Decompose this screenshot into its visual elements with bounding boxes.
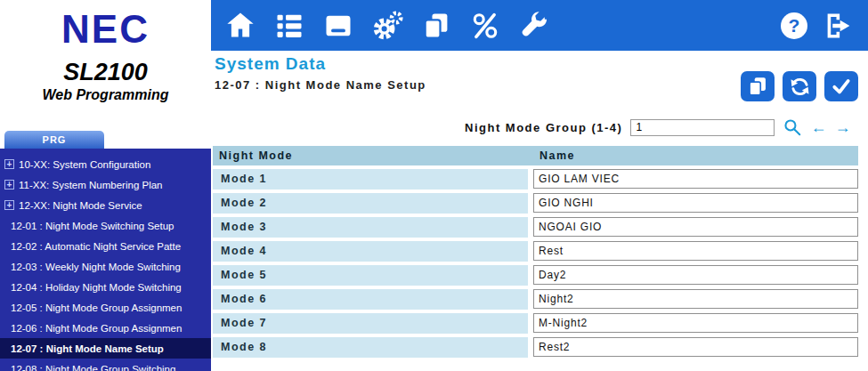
action-buttons [741, 71, 858, 101]
nav-tree: + 10-XX: System Configuration + 11-XX: S… [0, 149, 211, 371]
name-input-8[interactable] [533, 337, 858, 357]
prev-arrow-icon[interactable]: ← [810, 119, 826, 136]
table-row: Mode 7 [213, 313, 858, 334]
sidebar-item-11xx[interactable]: + 11-XX: System Numbering Plan [0, 174, 211, 195]
refresh-button[interactable] [783, 71, 816, 101]
name-input-7[interactable] [533, 313, 858, 333]
main-content: System Data 12-07 : Night Mode Name Setu… [211, 51, 868, 371]
sidebar-item-label: 12-01 : Night Mode Switching Setup [11, 221, 174, 231]
col-header-name: Name [533, 146, 858, 165]
table-row: Mode 4 [213, 241, 858, 262]
maintenance-tools-icon[interactable] [468, 9, 502, 43]
copy-button[interactable] [741, 71, 775, 101]
sidebar-item-12-01[interactable]: 12-01 : Night Mode Switching Setup [0, 215, 211, 236]
storage-icon[interactable] [321, 9, 355, 43]
sidebar-item-12-08[interactable]: 12-08 : Night Mode Group Switching [0, 359, 211, 371]
mode-label: Mode 2 [213, 193, 528, 214]
mode-label: Mode 4 [213, 241, 528, 262]
expand-icon[interactable]: + [4, 159, 14, 169]
home-icon[interactable] [223, 9, 257, 43]
sidebar-item-12-06[interactable]: 12-06 : Night Mode Group Assignmen [0, 318, 211, 338]
help-icon[interactable]: ? [781, 12, 807, 39]
search-icon[interactable] [783, 117, 802, 137]
name-input-2[interactable] [533, 193, 858, 213]
menu-list-icon[interactable] [272, 9, 306, 43]
sidebar-item-label: 12-04 : Holiday Night Mode Switching [11, 282, 182, 293]
sidebar-item-label: 12-06 : Night Mode Group Assignmen [11, 323, 182, 334]
table-row: Mode 5 [213, 265, 858, 286]
gears-icon[interactable] [370, 9, 404, 43]
top-toolbar: ? [211, 0, 868, 51]
table-row: Mode 2 [213, 193, 858, 214]
mode-label: Mode 6 [213, 289, 528, 310]
sidebar-item-12-05[interactable]: 12-05 : Night Mode Group Assignmen [0, 297, 211, 318]
table-row: Mode 3 [213, 217, 858, 238]
name-input-4[interactable] [533, 241, 858, 261]
night-mode-table: Night Mode Name Mode 1 Mode 2 Mode 3 Mod… [213, 146, 858, 361]
sidebar-item-12-03[interactable]: 12-03 : Weekly Night Mode Switching [0, 256, 211, 277]
sidebar-item-12-04[interactable]: 12-04 : Holiday Night Mode Switching [0, 277, 211, 297]
name-input-1[interactable] [533, 169, 858, 189]
sidebar-item-label: 12-08 : Night Mode Group Switching [11, 364, 175, 371]
mode-label: Mode 7 [213, 313, 528, 334]
sidebar-item-12-02[interactable]: 12-02 : Automatic Night Service Patte [0, 236, 211, 256]
col-header-night-mode: Night Mode [213, 146, 528, 165]
name-input-3[interactable] [533, 217, 858, 237]
sidebar: NEC SL2100 Web Programming PRG + 10-XX: … [0, 0, 211, 371]
sidebar-item-label: 12-02 : Automatic Night Service Patte [11, 241, 181, 252]
table-row: Mode 8 [213, 337, 858, 358]
next-arrow-icon[interactable]: → [834, 119, 850, 136]
sidebar-item-12xx[interactable]: + 12-XX: Night Mode Service [0, 195, 211, 215]
table-row: Mode 6 [213, 289, 858, 310]
sidebar-item-label: 12-05 : Night Mode Group Assignmen [11, 302, 182, 313]
sidebar-item-12-07-selected[interactable]: 12-07 : Night Mode Name Setup [0, 338, 211, 359]
group-selector-row: Night Mode Group (1-4) ← → [465, 117, 850, 137]
mode-label: Mode 5 [213, 265, 528, 286]
group-label: Night Mode Group (1-4) [465, 121, 622, 134]
table-row: Mode 1 [213, 169, 858, 190]
app-subtitle: Web Programming [0, 87, 211, 103]
sidebar-item-label: 11-XX: System Numbering Plan [19, 180, 163, 190]
expand-icon[interactable]: + [4, 180, 14, 190]
sidebar-item-label: 12-XX: Night Mode Service [19, 200, 142, 211]
apply-button[interactable] [824, 71, 858, 101]
nec-logo: NEC [0, 7, 211, 52]
expand-icon[interactable]: + [4, 200, 14, 210]
logout-icon[interactable] [822, 9, 856, 43]
model-name: SL2100 [0, 59, 211, 86]
check-icon [830, 75, 853, 98]
table-header-row: Night Mode Name [213, 146, 858, 165]
sidebar-item-label: 10-XX: System Configuration [19, 159, 150, 170]
name-input-5[interactable] [533, 265, 858, 285]
mode-label: Mode 1 [213, 169, 528, 190]
group-input[interactable] [630, 119, 775, 136]
wrench-icon[interactable] [517, 9, 551, 43]
tab-prg[interactable]: PRG [4, 131, 104, 149]
mode-label: Mode 8 [213, 337, 528, 358]
app-window: NEC SL2100 Web Programming PRG + 10-XX: … [0, 0, 868, 371]
sidebar-item-label: 12-07 : Night Mode Name Setup [11, 343, 164, 354]
copy-pages-icon[interactable] [419, 9, 453, 43]
name-input-6[interactable] [533, 289, 858, 309]
sidebar-item-10xx[interactable]: + 10-XX: System Configuration [0, 154, 211, 174]
mode-label: Mode 3 [213, 217, 528, 238]
sidebar-item-label: 12-03 : Weekly Night Mode Switching [11, 262, 181, 272]
